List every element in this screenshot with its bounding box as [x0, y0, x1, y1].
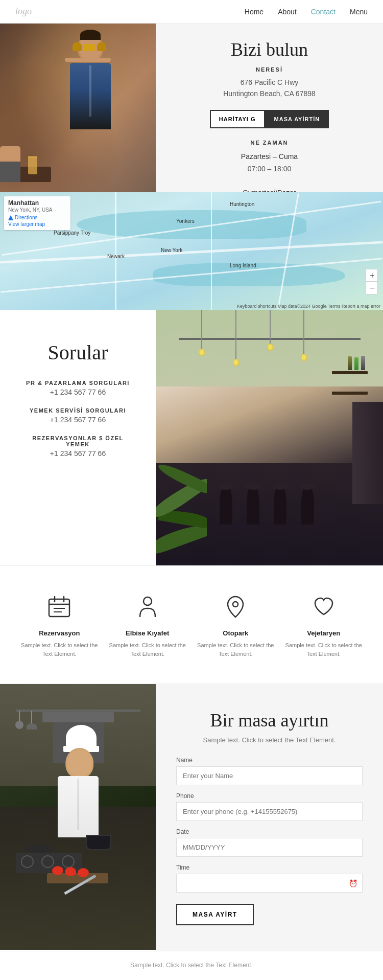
bar-stool-4 [301, 484, 314, 525]
contact-phone-3: +1 234 567 77 66 [50, 449, 106, 458]
svg-point-7 [143, 597, 152, 605]
hours-label: NE ZAMAN [250, 140, 288, 146]
elbise-title: Elbise Kıyafet [126, 629, 169, 637]
contact-cat-2: YEMEK SERVİSİ SORGULARI [30, 407, 126, 414]
elbise-icon [132, 591, 163, 622]
waiter-body [70, 63, 111, 129]
plant-foreground [156, 412, 207, 565]
directions-icon [8, 215, 13, 220]
city-yonkers: Yonkers [176, 218, 195, 224]
restaurant-interior-image [156, 310, 383, 565]
rezervasyon-title: Rezervasyon [39, 629, 80, 637]
reservation-section: Bir masa ayırtın Sample text. Click to s… [0, 684, 383, 951]
nav-contact[interactable]: Contact [311, 8, 336, 16]
map-background: New York Newark Yonkers Huntington Parsi… [0, 192, 383, 310]
map-section: New York Newark Yonkers Huntington Parsi… [0, 192, 383, 310]
kitchen-utensil-bar [16, 710, 140, 712]
logo: logo [15, 6, 32, 17]
map-road-v3 [277, 193, 299, 309]
rezervasyon-desc: Sample text. Click to select the Text El… [18, 641, 100, 658]
tomato-3 [78, 868, 89, 877]
bar-stool-2 [247, 484, 259, 525]
hero-image [0, 24, 156, 192]
questions-section: Sorular PR & PAZARLAMA SORGULARI +1 234 … [0, 310, 383, 565]
map-road-v1 [115, 192, 116, 310]
elbise-desc: Sample text. Click to select the Text El… [107, 641, 188, 658]
submit-button[interactable]: MASA AYİRT [176, 904, 254, 925]
vejetaryen-title: Vejetaryen [307, 629, 340, 637]
map-place-name: Manhattan [8, 199, 66, 207]
svg-marker-0 [8, 215, 13, 220]
tomato-2 [65, 867, 76, 876]
map-water-1 [77, 210, 306, 240]
map-button[interactable]: HARİTAYI G [210, 110, 265, 128]
name-label: Name [176, 757, 363, 764]
nav-links: Home About Contact Menu [245, 7, 368, 16]
city-newark-2: Parsippany Troy [54, 230, 90, 236]
footer: Sample text. Click to select the Text El… [0, 951, 383, 979]
bar-counter [352, 402, 383, 504]
kitchen-hood [42, 712, 114, 722]
pot [86, 835, 111, 850]
name-input[interactable] [176, 766, 363, 785]
footer-text: Sample text. Click to select the Text El… [15, 962, 368, 969]
navbar: logo Home About Contact Menu [0, 0, 383, 24]
reserve-button[interactable]: MASA AYİRTİN [265, 110, 329, 128]
map-larger-link[interactable]: View larger map [8, 221, 66, 227]
time-input[interactable]: 11:07 AM [176, 874, 363, 893]
tomato-1 [52, 866, 63, 875]
map-popup: Manhattan New York, NY, USA Directions V… [4, 196, 70, 230]
chef-hat [66, 725, 97, 750]
map-directions[interactable]: Directions [8, 215, 66, 220]
contact-cat-1: PR & PAZARLAMA SORGULARI [26, 380, 130, 386]
features-section: Rezervasyon Sample text. Click to select… [0, 565, 383, 684]
city-long-island: Long Island [230, 263, 256, 268]
nav-menu[interactable]: Menu [350, 8, 368, 16]
map-place-sub: New York, NY, USA [8, 207, 66, 213]
bg-person [0, 146, 20, 182]
address: 676 Pacific C Hwy Huntington Beach, CA 6… [223, 77, 316, 100]
map-road-v2 [211, 192, 212, 310]
bottle-shelf-1 [332, 371, 368, 374]
city-newark: Newark [107, 254, 125, 259]
rezervasyon-icon [44, 591, 75, 622]
chef-face [65, 748, 93, 779]
otopark-desc: Sample text. Click to select the Text El… [195, 641, 276, 658]
city-huntington: Huntington [230, 201, 254, 207]
date-label: Date [176, 828, 363, 835]
action-buttons: HARİTAYI G MASA AYİRTİN [210, 110, 329, 128]
map-zoom-controls: + – [366, 269, 378, 294]
time-wrapper: 11:07 AM ⏰ [176, 874, 363, 893]
bottle-shelf-2 [332, 392, 368, 395]
svg-point-8 [233, 602, 238, 607]
city-new-york: New York [161, 247, 182, 253]
phone-group: Phone [176, 792, 363, 821]
vejetaryen-icon [308, 591, 339, 622]
date-group: Date [176, 828, 363, 857]
questions-left: Sorular PR & PAZARLAMA SORGULARI +1 234 … [0, 310, 156, 565]
zoom-in-button[interactable]: + [366, 269, 378, 282]
time-group: Time 11:07 AM ⏰ [176, 864, 363, 893]
hero-info: Bizi bulun NERESİ 676 Pacific C Hwy Hunt… [156, 24, 383, 192]
contact-phone-1: +1 234 567 77 66 [50, 388, 106, 396]
time-label: Time [176, 864, 363, 871]
kitchen-image [0, 684, 156, 950]
feature-otopark: Otopark Sample text. Click to select the… [195, 591, 276, 658]
date-input[interactable] [176, 838, 363, 857]
nav-home[interactable]: Home [245, 8, 264, 16]
reservation-subtitle: Sample text. Click to select the Text El… [203, 736, 336, 744]
bar-stool-1 [220, 484, 232, 525]
map-attribution: Keyboard shortcuts Map data©2024 Google … [237, 304, 380, 309]
phone-label: Phone [176, 792, 363, 800]
contact-cat-3: REZERVASYONLAR $ ÖZEL YEMEK [20, 435, 135, 447]
reservation-form-area: Bir masa ayırtın Sample text. Click to s… [156, 684, 383, 951]
feature-elbise: Elbise Kıyafet Sample text. Click to sel… [107, 591, 188, 658]
nav-about[interactable]: About [278, 8, 297, 16]
otopark-title: Otopark [223, 629, 248, 637]
reservation-title: Bir masa ayırtın [210, 710, 329, 731]
feature-vejetaryen: Vejetaryen Sample text. Click to select … [283, 591, 365, 658]
zoom-out-button[interactable]: – [366, 282, 378, 294]
vejetaryen-desc: Sample text. Click to select the Text El… [283, 641, 365, 658]
otopark-icon [220, 591, 251, 622]
phone-input[interactable] [176, 802, 363, 821]
